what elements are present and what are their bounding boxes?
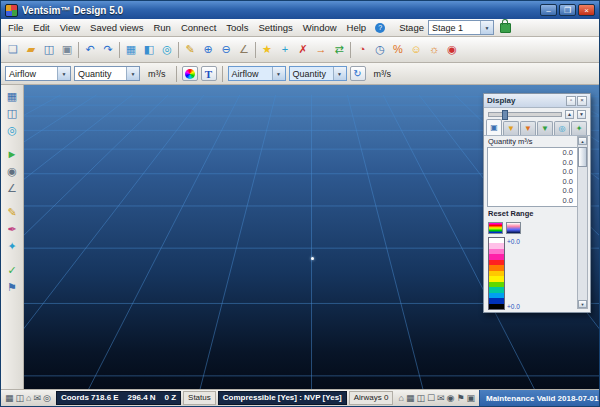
chevron-down-icon[interactable]: ▼	[57, 67, 70, 80]
slider-track[interactable]	[488, 112, 562, 117]
favorite-star-button[interactable]: ★	[258, 40, 276, 60]
cube-view-button[interactable]: ◧	[140, 40, 158, 60]
pencil-button[interactable]: ✎	[3, 204, 21, 220]
measure-angle-button[interactable]: ∠	[235, 40, 253, 60]
scrollbar-thumb[interactable]	[578, 147, 587, 167]
home-small-icon[interactable]: ⌂	[26, 394, 31, 403]
display-type-select[interactable]: Airflow ▼	[5, 66, 71, 81]
panel-scrollbar[interactable]: ▲ ▼	[577, 136, 588, 309]
quantity-value-row[interactable]: 0.0	[488, 167, 577, 177]
zoom-in-button[interactable]: ⊕	[199, 40, 217, 60]
color-scale-rainbow-button[interactable]	[488, 222, 503, 234]
target2-icon[interactable]: ◉	[447, 394, 455, 403]
eye-button[interactable]: ◉	[3, 163, 21, 179]
panel-pin-button[interactable]: ▫	[566, 96, 576, 106]
secondary-metric-select[interactable]: Quantity ▼	[289, 66, 347, 81]
tab-data-down[interactable]: ▼	[520, 121, 536, 135]
magic-wand-button[interactable]: ✦	[3, 238, 21, 254]
menu-tools[interactable]: Tools	[221, 19, 253, 36]
undo-button[interactable]: ↶	[81, 40, 99, 60]
print-button[interactable]: ▣	[58, 40, 76, 60]
box-icon[interactable]: ☐	[427, 394, 435, 403]
tab-globe[interactable]: ◎	[554, 121, 570, 135]
tab-nodes-down[interactable]: ▼	[537, 121, 553, 135]
chevron-down-icon[interactable]: ▼	[333, 67, 346, 80]
globe-button[interactable]: ◎	[3, 122, 21, 138]
secondary-display-select[interactable]: Airflow ▼	[228, 66, 286, 81]
help-icon[interactable]: ?	[375, 23, 385, 33]
reset-range-button[interactable]: Reset Range	[484, 207, 590, 220]
sun-button[interactable]: ☼	[425, 40, 443, 60]
ruler-button[interactable]: ∠	[3, 180, 21, 196]
scroll-down-button[interactable]: ▼	[578, 300, 587, 308]
scrollbar-track[interactable]	[578, 145, 587, 300]
panel-close-button[interactable]: ×	[577, 96, 587, 106]
display-panel-titlebar[interactable]: Display ▫ ×	[484, 94, 590, 108]
grid-small-icon[interactable]: ▦	[5, 394, 14, 403]
legend-color-segment[interactable]	[489, 304, 504, 309]
grid-view-button[interactable]: ▦	[122, 40, 140, 60]
flag2-icon[interactable]: ⚑	[456, 394, 464, 403]
minimize-button[interactable]: –	[540, 4, 557, 16]
window-tiles-button[interactable]: ◫	[3, 105, 21, 121]
redo-button[interactable]: ↷	[99, 40, 117, 60]
check-button[interactable]: ✓	[3, 262, 21, 278]
chevron-down-icon[interactable]: ▼	[272, 67, 285, 80]
pen-button[interactable]: ✒	[3, 221, 21, 237]
chevron-down-icon[interactable]: ▼	[480, 21, 493, 34]
menu-edit[interactable]: Edit	[28, 19, 54, 36]
tab-display[interactable]: ▣	[486, 119, 502, 135]
layers2-icon[interactable]: ◫	[416, 394, 425, 403]
target-button[interactable]: ◉	[443, 40, 461, 60]
percent-button[interactable]: %	[389, 40, 407, 60]
layout-grid-button[interactable]: ▦	[3, 88, 21, 104]
menu-settings[interactable]: Settings	[253, 19, 297, 36]
text-tool-button[interactable]: T	[201, 66, 217, 81]
mail-small-icon[interactable]: ✉	[33, 394, 41, 403]
chevron-down-icon[interactable]: ▼	[126, 67, 139, 80]
menu-saved-views[interactable]: Saved views	[85, 19, 148, 36]
quantity-value-row[interactable]: 0.0	[488, 196, 577, 206]
swap-arrows-button[interactable]: ⇄	[330, 40, 348, 60]
smiley-button[interactable]: ☺	[407, 40, 425, 60]
slider-up-button[interactable]: ▲	[565, 110, 574, 119]
square2-icon[interactable]: ▣	[466, 394, 475, 403]
menu-connect[interactable]: Connect	[176, 19, 221, 36]
menu-help[interactable]: Help	[342, 19, 372, 36]
menu-run[interactable]: Run	[148, 19, 175, 36]
scroll-up-button[interactable]: ▲	[578, 137, 587, 145]
tab-extras[interactable]: ✦	[571, 121, 587, 135]
close-button[interactable]: ×	[578, 4, 595, 16]
color-scale-cool-button[interactable]	[506, 222, 521, 234]
metric-select[interactable]: Quantity ▼	[74, 66, 140, 81]
menu-file[interactable]: File	[3, 19, 28, 36]
quantity-value-row[interactable]: 0.0	[488, 186, 577, 196]
slider-thumb[interactable]	[502, 110, 508, 120]
refresh-button[interactable]: ↻	[350, 66, 366, 81]
delete-item-button[interactable]: ✗	[294, 40, 312, 60]
gauge-button[interactable]: ◔	[353, 40, 371, 60]
edit-pencil-button[interactable]: ✎	[181, 40, 199, 60]
layers-small-icon[interactable]: ◫	[16, 394, 25, 403]
slider-down-button[interactable]: ▼	[577, 110, 586, 119]
globe-view-button[interactable]: ◎	[158, 40, 176, 60]
quantity-value-row[interactable]: 0.0	[488, 148, 577, 158]
forward-arrow-button[interactable]: →	[312, 40, 330, 60]
target-small-icon[interactable]: ◎	[43, 394, 51, 403]
maximize-button[interactable]: ❐	[559, 4, 576, 16]
tab-airflow-down[interactable]: ▼	[503, 121, 519, 135]
add-item-button[interactable]: +	[276, 40, 294, 60]
menu-window[interactable]: Window	[298, 19, 342, 36]
lock-icon[interactable]	[500, 23, 511, 33]
menu-view[interactable]: View	[55, 19, 85, 36]
stage-select[interactable]: Stage 1 ▼	[428, 20, 494, 35]
open-folder-button[interactable]: ▰	[22, 40, 40, 60]
viewport-3d[interactable]: Display ▫ × ▲ ▼ ▣▼▼▼◎✦ Quantity m³/s 0.0…	[24, 85, 599, 389]
quantity-value-row[interactable]: 0.0	[488, 158, 577, 168]
flag-button[interactable]: ⚑	[3, 279, 21, 295]
clock-button[interactable]: ◷	[371, 40, 389, 60]
grid2-icon[interactable]: ▦	[406, 394, 415, 403]
monitor-icon[interactable]: ⌂	[398, 394, 403, 403]
zoom-out-button[interactable]: ⊖	[217, 40, 235, 60]
quantity-value-row[interactable]: 0.0	[488, 177, 577, 187]
